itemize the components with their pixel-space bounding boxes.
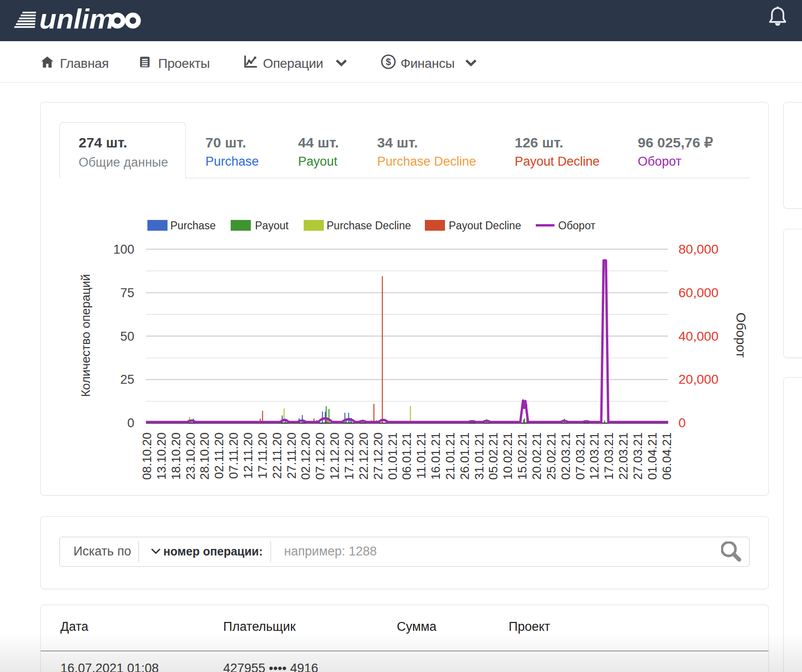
svg-text:Количество операций: Количество операций <box>79 274 93 397</box>
svg-text:17.12.20: 17.12.20 <box>342 432 356 480</box>
svg-text:16.01.21: 16.01.21 <box>429 432 443 480</box>
svg-text:01.04.21: 01.04.21 <box>645 432 659 480</box>
svg-text:06.01.21: 06.01.21 <box>400 432 414 480</box>
svg-text:08.10.20: 08.10.20 <box>140 432 154 480</box>
svg-text:17.11.20: 17.11.20 <box>255 432 270 479</box>
svg-text:07.12.20: 07.12.20 <box>313 432 327 480</box>
svg-text:27.12.20: 27.12.20 <box>371 432 385 480</box>
svg-text:13.10.20: 13.10.20 <box>154 432 168 480</box>
svg-text:50: 50 <box>120 329 134 343</box>
svg-text:02.11.20: 02.11.20 <box>212 432 226 479</box>
svg-text:Оборот: Оборот <box>734 313 748 358</box>
svg-text:01.01.21: 01.01.21 <box>386 432 400 480</box>
svg-text:07.11.20: 07.11.20 <box>226 432 241 479</box>
svg-text:80,000: 80,000 <box>678 242 719 256</box>
svg-text:22.03.21: 22.03.21 <box>616 432 630 480</box>
svg-text:23.10.20: 23.10.20 <box>183 432 197 480</box>
svg-text:$: $ <box>386 57 391 67</box>
svg-text:26.01.21: 26.01.21 <box>458 432 472 480</box>
svg-text:25.02.21: 25.02.21 <box>544 432 558 480</box>
svg-text:07.03.21: 07.03.21 <box>573 432 587 480</box>
svg-text:25: 25 <box>120 373 134 387</box>
svg-text:12.12.20: 12.12.20 <box>328 432 342 480</box>
svg-text:17.03.21: 17.03.21 <box>602 432 616 480</box>
svg-text:60,000: 60,000 <box>678 285 719 300</box>
svg-text:100: 100 <box>113 242 134 256</box>
svg-text:27.03.21: 27.03.21 <box>631 432 645 480</box>
svg-text:0: 0 <box>678 416 686 430</box>
svg-text:40,000: 40,000 <box>678 329 719 343</box>
svg-text:unlim: unlim <box>39 3 114 35</box>
svg-text:15.02.21: 15.02.21 <box>515 432 529 480</box>
svg-text:20,000: 20,000 <box>678 372 719 387</box>
svg-text:22.12.20: 22.12.20 <box>357 432 371 480</box>
svg-text:18.10.20: 18.10.20 <box>169 432 183 480</box>
svg-text:0: 0 <box>127 416 134 430</box>
svg-text:27.11.20: 27.11.20 <box>284 432 299 479</box>
svg-text:11.01.21: 11.01.21 <box>414 432 428 479</box>
svg-text:28.10.20: 28.10.20 <box>197 432 211 480</box>
svg-text:12.03.21: 12.03.21 <box>587 432 601 480</box>
svg-text:10.02.21: 10.02.21 <box>501 432 515 480</box>
svg-text:02.03.21: 02.03.21 <box>559 432 573 480</box>
svg-text:21.01.21: 21.01.21 <box>443 432 457 480</box>
svg-text:20.02.21: 20.02.21 <box>530 432 544 480</box>
svg-text:06.04.21: 06.04.21 <box>660 432 674 480</box>
svg-text:02.12.20: 02.12.20 <box>299 432 313 480</box>
svg-text:12.11.20: 12.11.20 <box>241 432 255 479</box>
svg-text:22.11.20: 22.11.20 <box>270 432 284 479</box>
svg-text:05.02.21: 05.02.21 <box>486 432 500 480</box>
svg-text:31.01.21: 31.01.21 <box>472 432 486 480</box>
svg-text:75: 75 <box>120 286 134 300</box>
